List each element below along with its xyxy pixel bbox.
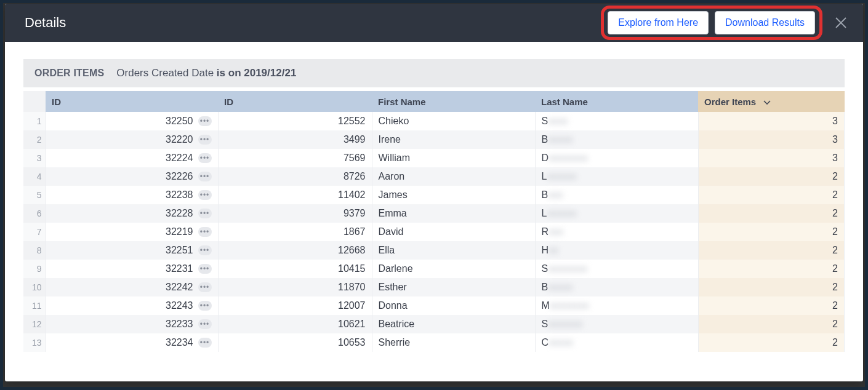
table-header-row: ID ID First Name Last Name Order Items (23, 91, 845, 112)
table-row: 532238•••11402JamesBxxx2 (23, 186, 845, 204)
cell-id2: 7569 (218, 149, 372, 167)
last-name-redacted: xxxxxxxx (548, 263, 587, 274)
cell-first-name: Chieko (372, 112, 535, 130)
id1-value: 32220 (166, 134, 193, 145)
cell-id1: 32238••• (46, 186, 218, 204)
filter-description: Orders Created Date is on 2019/12/21 (116, 67, 296, 79)
cell-id2: 10653 (218, 333, 372, 352)
cell-id1: 32242••• (46, 278, 218, 296)
table-row: 832251•••12668EllaHxx2 (23, 241, 845, 260)
row-actions-icon[interactable]: ••• (198, 190, 212, 200)
close-icon (834, 16, 848, 30)
cell-first-name: James (372, 186, 535, 204)
results-table-wrap: ID ID First Name Last Name Order Items 1… (23, 91, 845, 381)
table-row: 132250•••12552ChiekoSxxxx3 (23, 112, 845, 130)
last-name-initial: S (542, 116, 549, 126)
row-number: 9 (23, 260, 46, 278)
cell-last-name: Lxxxxxx (535, 204, 698, 223)
last-name-initial: D (542, 153, 549, 163)
table-row: 732219•••1867DavidRxxx2 (23, 223, 845, 241)
row-actions-icon[interactable]: ••• (198, 227, 212, 237)
cell-last-name: Dxxxxxxxx (535, 149, 698, 167)
id1-value: 32231 (166, 263, 193, 274)
row-number: 5 (23, 186, 46, 204)
cell-id1: 32220••• (46, 130, 218, 149)
download-results-button[interactable]: Download Results (715, 11, 815, 34)
row-number: 3 (23, 149, 46, 167)
cell-last-name: Sxxxxxxx (535, 315, 698, 333)
cell-first-name: David (372, 223, 535, 241)
col-header-last-name[interactable]: Last Name (535, 91, 698, 112)
last-name-initial: S (542, 263, 549, 274)
row-actions-icon[interactable]: ••• (198, 153, 212, 163)
modal-header: Details Explore from Here Download Resul… (5, 4, 863, 42)
last-name-redacted: xxxxxx (547, 208, 576, 218)
cell-id2: 10621 (218, 315, 372, 333)
cell-first-name: Beatrice (372, 315, 535, 333)
table-row: 232220•••3499IreneBxxxxx3 (23, 130, 845, 149)
chevron-down-icon (763, 97, 771, 107)
row-actions-icon[interactable]: ••• (198, 282, 212, 292)
row-actions-icon[interactable]: ••• (198, 338, 212, 348)
cell-order-items: 2 (698, 204, 845, 223)
row-number: 4 (23, 167, 46, 186)
cell-id1: 32250••• (46, 112, 218, 130)
cell-order-items: 2 (698, 296, 845, 315)
last-name-redacted: xxxxx (548, 134, 573, 145)
row-number: 8 (23, 241, 46, 260)
cell-id2: 12007 (218, 296, 372, 315)
row-actions-icon[interactable]: ••• (198, 301, 212, 311)
col-header-id2[interactable]: ID (218, 91, 372, 112)
cell-id1: 32228••• (46, 204, 218, 223)
modal-body: ORDER ITEMS Orders Created Date is on 20… (5, 42, 863, 381)
last-name-redacted: xxx (548, 189, 563, 200)
cell-last-name: Sxxxx (535, 112, 698, 130)
table-row: 1132243•••12007DonnaMxxxxxxxx2 (23, 296, 845, 315)
table-row: 1032242•••11870EstherBxxxxx2 (23, 278, 845, 296)
col-header-order-items-label: Order Items (704, 97, 756, 107)
col-header-id1[interactable]: ID (46, 91, 218, 112)
row-actions-icon[interactable]: ••• (198, 319, 212, 329)
results-table: ID ID First Name Last Name Order Items 1… (23, 91, 845, 352)
cell-order-items: 2 (698, 186, 845, 204)
cell-last-name: Rxxx (535, 223, 698, 241)
row-actions-icon[interactable]: ••• (198, 116, 212, 126)
row-actions-icon[interactable]: ••• (198, 209, 212, 218)
row-number: 2 (23, 130, 46, 149)
col-header-order-items[interactable]: Order Items (698, 91, 845, 112)
cell-order-items: 3 (698, 112, 845, 130)
cell-last-name: Mxxxxxxxx (535, 296, 698, 315)
cell-id1: 32243••• (46, 296, 218, 315)
close-button[interactable] (832, 14, 850, 31)
cell-last-name: Bxxxxx (535, 278, 698, 296)
table-body: 132250•••12552ChiekoSxxxx3232220•••3499I… (23, 112, 845, 352)
cell-id2: 10415 (218, 260, 372, 278)
row-actions-icon[interactable]: ••• (198, 135, 212, 145)
cell-first-name: Emma (372, 204, 535, 223)
last-name-initial: R (542, 226, 549, 237)
cell-id2: 1867 (218, 223, 372, 241)
cell-id2: 11402 (218, 186, 372, 204)
id1-value: 32219 (166, 226, 193, 237)
row-actions-icon[interactable]: ••• (198, 264, 212, 274)
cell-first-name: Esther (372, 278, 535, 296)
col-header-first-name[interactable]: First Name (372, 91, 535, 112)
explore-from-here-button[interactable]: Explore from Here (608, 11, 709, 34)
cell-id1: 32233••• (46, 315, 218, 333)
row-actions-icon[interactable]: ••• (198, 172, 212, 181)
row-number: 7 (23, 223, 46, 241)
last-name-redacted: xxxxx (549, 337, 573, 348)
id1-value: 32251 (166, 245, 193, 256)
row-number: 12 (23, 315, 46, 333)
cell-id1: 32231••• (46, 260, 218, 278)
modal-title: Details (25, 15, 608, 31)
id1-value: 32243 (166, 300, 193, 311)
last-name-redacted: xxxxxxxx (550, 300, 589, 311)
filter-bar: ORDER ITEMS Orders Created Date is on 20… (23, 59, 845, 87)
last-name-initial: S (542, 319, 549, 329)
cell-order-items: 3 (698, 149, 845, 167)
cell-first-name: Darlene (372, 260, 535, 278)
row-actions-icon[interactable]: ••• (198, 245, 212, 255)
cell-first-name: Donna (372, 296, 535, 315)
cell-order-items: 2 (698, 278, 845, 296)
